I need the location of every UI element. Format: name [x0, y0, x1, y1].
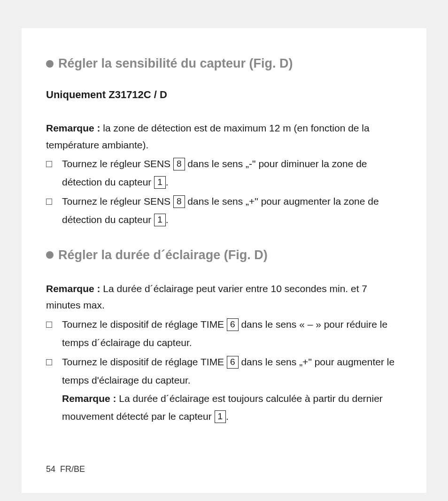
reference-number: 1	[154, 176, 166, 189]
note-label: Remarque :	[46, 123, 100, 133]
reference-number: 8	[173, 158, 185, 170]
checkbox-icon	[46, 199, 52, 205]
heading-text: Régler la sensibilité du capteur (Fig. D…	[58, 56, 293, 71]
bullet-icon	[46, 60, 54, 68]
checkbox-marker	[46, 193, 62, 229]
checkbox-icon	[46, 359, 52, 365]
instruction-text: Tournez le régleur SENS 8 dans le sens „…	[62, 193, 402, 229]
text-fragment: Tournez le régleur SENS	[62, 158, 173, 169]
note-label: Remarque :	[62, 393, 116, 404]
instruction-text: Tournez le dispositif de réglage TIME 6 …	[62, 353, 402, 426]
section-heading-sensitivity: Régler la sensibilité du capteur (Fig. D…	[46, 56, 402, 71]
text-fragment: Tournez le dispositif de réglage TIME	[62, 356, 227, 367]
text-fragment: Tournez le régleur SENS	[62, 196, 173, 207]
bullet-icon	[46, 251, 54, 259]
reference-number: 6	[227, 356, 239, 369]
text-fragment: .	[166, 214, 169, 225]
reference-number: 8	[173, 195, 185, 208]
instruction-item: Tournez le régleur SENS 8 dans le sens „…	[46, 155, 402, 192]
note-label: Remarque :	[46, 283, 100, 294]
document-page: Régler la sensibilité du capteur (Fig. D…	[22, 28, 426, 493]
checkbox-marker	[46, 316, 62, 352]
instruction-text: Tournez le dispositif de réglage TIME 6 …	[62, 316, 402, 352]
instruction-item: Tournez le dispositif de réglage TIME 6 …	[46, 316, 402, 352]
instruction-item: Tournez le dispositif de réglage TIME 6 …	[46, 353, 402, 426]
note-paragraph: Remarque : La durée d´éclairage peut var…	[46, 280, 402, 314]
checkbox-marker	[46, 155, 62, 192]
text-fragment: Tournez le dispositif de réglage TIME	[62, 319, 227, 330]
reference-number: 1	[154, 214, 166, 226]
instruction-item: Tournez le régleur SENS 8 dans le sens „…	[46, 193, 402, 229]
checkbox-icon	[46, 161, 52, 167]
instruction-text: Tournez le régleur SENS 8 dans le sens „…	[62, 155, 402, 192]
heading-text: Régler la durée d´éclairage (Fig. D)	[58, 248, 268, 262]
text-fragment: .	[166, 177, 169, 187]
page-footer: 54 FR/BE	[46, 464, 85, 474]
text-fragment: .	[226, 411, 229, 422]
section-heading-duration: Régler la durée d´éclairage (Fig. D)	[46, 248, 402, 262]
page-number: 54	[46, 464, 55, 474]
reference-number: 6	[227, 318, 239, 331]
checkbox-marker	[46, 353, 62, 426]
checkbox-icon	[46, 322, 52, 328]
reference-number: 1	[215, 410, 226, 423]
language-code: FR/BE	[60, 464, 85, 474]
note-paragraph: Remarque : la zone de détection est de m…	[46, 120, 402, 153]
subheading-model: Uniquement Z31712C / D	[46, 89, 402, 101]
